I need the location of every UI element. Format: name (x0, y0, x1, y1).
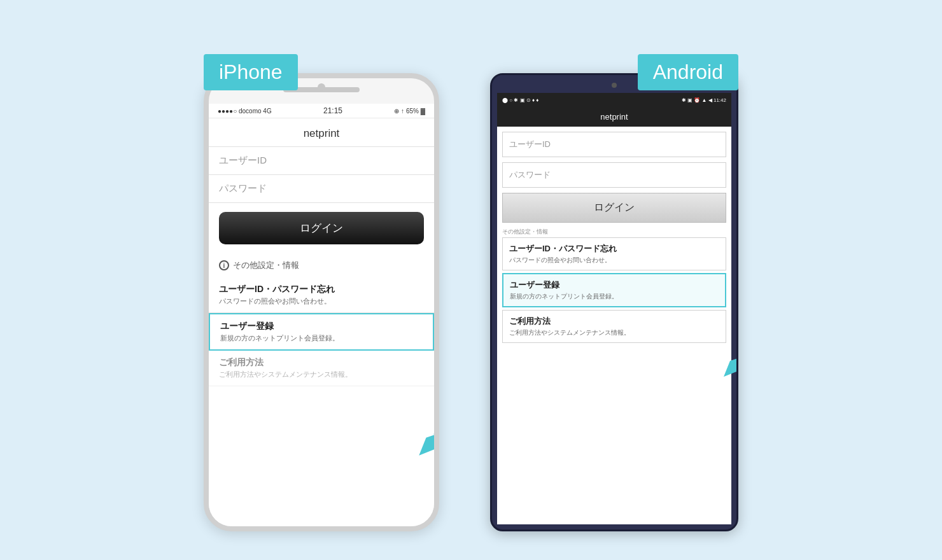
android-menu-title-1: ユーザー登録 (510, 279, 719, 291)
svg-marker-1 (724, 345, 738, 377)
iphone-vol-down (204, 188, 205, 213)
iphone-menu-item-1[interactable]: ユーザー登録 新規の方のネットプリント会員登録。 (209, 313, 434, 351)
iphone-menu-title-2: ご利用方法 (219, 357, 424, 368)
iphone-login-button[interactable]: ログイン (219, 212, 424, 244)
android-arrow (717, 332, 738, 383)
iphone-vol-up (204, 155, 205, 180)
iphone-section: iPhone ●●●●○ docomo 4G 21:15 ⊕ ↑ 65% ▓ n… (204, 54, 439, 531)
iphone-menu-item-2[interactable]: ご利用方法 ご利用方法やシステムメンテナンス情報。 (209, 351, 434, 386)
iphone-label: iPhone (204, 54, 298, 90)
android-menu-subtitle-2: ご利用方法やシステムメンテナンス情報。 (509, 328, 719, 337)
android-userid-field[interactable]: ユーザーID (502, 132, 726, 157)
android-screen: ⬤ ○ ✱ ▣ ⊙ ♦ ♦ ✱ ▣ ⏰ ▲ ◀ 11:42 netprint ユ… (497, 93, 731, 524)
android-left-icons: ⬤ ○ ✱ ▣ ⊙ ♦ ♦ (502, 97, 538, 103)
android-menu-subtitle-0: パスワードの照会やお問い合わせ。 (509, 256, 719, 265)
android-menu-subtitle-1: 新規の方のネットプリント会員登録。 (510, 292, 719, 301)
android-menu-item-1[interactable]: ユーザー登録 新規の方のネットプリント会員登録。 (502, 273, 726, 307)
iphone-menu-subtitle-0: パスワードの照会やお問い合わせ。 (219, 297, 424, 306)
iphone-status-bar: ●●●●○ docomo 4G 21:15 ⊕ ↑ 65% ▓ (209, 104, 434, 118)
main-container: iPhone ●●●●○ docomo 4G 21:15 ⊕ ↑ 65% ▓ n… (0, 0, 942, 560)
android-vol-btn (737, 190, 738, 221)
android-frame: ⬤ ○ ✱ ▣ ⊙ ♦ ♦ ✱ ▣ ⏰ ▲ ◀ 11:42 netprint ユ… (490, 73, 738, 531)
iphone-menu-title-0: ユーザーID・パスワード忘れ (219, 284, 424, 295)
iphone-frame: ●●●●○ docomo 4G 21:15 ⊕ ↑ 65% ▓ netprint… (204, 73, 439, 531)
android-right-icons: ✱ ▣ ⏰ ▲ ◀ 11:42 (682, 97, 726, 103)
iphone-userid-field[interactable]: ユーザーID (209, 147, 434, 175)
android-password-field[interactable]: パスワード (502, 162, 726, 188)
android-menu-item-0[interactable]: ユーザーID・パスワード忘れ パスワードの照会やお問い合わせ。 (502, 237, 726, 270)
android-section: Android ⬤ ○ ✱ ▣ ⊙ ♦ ♦ ✱ ▣ ⏰ ▲ ◀ 11:42 ne… (490, 54, 738, 531)
iphone-screen: ●●●●○ docomo 4G 21:15 ⊕ ↑ 65% ▓ netprint… (209, 104, 434, 526)
iphone-time: 21:15 (323, 106, 342, 115)
android-login-button[interactable]: ログイン (502, 193, 726, 223)
iphone-power (438, 174, 439, 212)
iphone-arrow (412, 405, 439, 463)
iphone-menu-title-1: ユーザー登録 (220, 321, 423, 332)
iphone-password-field[interactable]: パスワード (209, 175, 434, 203)
android-power-btn (737, 151, 738, 183)
iphone-battery: ⊕ ↑ 65% ▓ (394, 108, 425, 115)
android-menu-item-2[interactable]: ご利用方法 ご利用方法やシステムメンテナンス情報。 (502, 310, 726, 343)
android-menu-title-0: ユーザーID・パスワード忘れ (509, 243, 719, 255)
svg-marker-0 (419, 420, 439, 456)
android-app-title: netprint (497, 107, 731, 127)
iphone-menu-item-0[interactable]: ユーザーID・パスワード忘れ パスワードの照会やお問い合わせ。 (209, 277, 434, 313)
android-status-bar: ⬤ ○ ✱ ▣ ⊙ ♦ ♦ ✱ ▣ ⏰ ▲ ◀ 11:42 (497, 93, 731, 107)
android-label: Android (638, 54, 738, 90)
iphone-battery-text: ⊕ ↑ 65% ▓ (394, 108, 425, 115)
android-menu-title-2: ご利用方法 (509, 316, 719, 327)
android-section-label: その他設定・情報 (497, 225, 731, 237)
iphone-section-header: i その他設定・情報 (209, 253, 434, 277)
iphone-app-title: netprint (209, 118, 434, 147)
info-icon: i (219, 260, 229, 270)
iphone-carrier: ●●●●○ docomo 4G (218, 108, 272, 115)
iphone-section-label: その他設定・情報 (233, 260, 299, 271)
iphone-menu-subtitle-2: ご利用方法やシステムメンテナンス情報。 (219, 370, 424, 379)
iphone-menu-subtitle-1: 新規の方のネットプリント会員登録。 (220, 333, 423, 343)
